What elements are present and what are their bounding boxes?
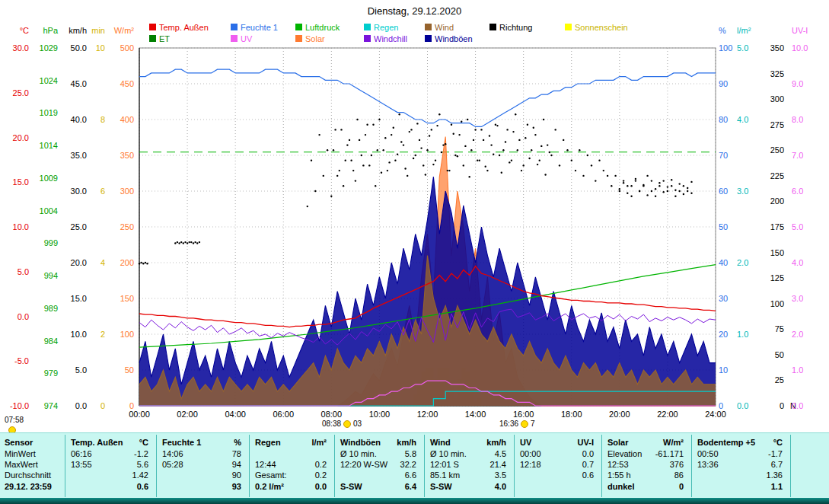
series-dir_mid-dot	[473, 139, 474, 141]
stats-cell: 14:0678	[156, 448, 249, 459]
series-dir_main-dot	[579, 149, 580, 151]
series-dir_night2-dot	[177, 241, 178, 243]
series-dir_main-dot	[447, 170, 448, 171]
series-dir_main-dot	[559, 164, 560, 166]
series-dir_main-dot	[658, 185, 660, 187]
chart-area: 07:58 08:38 03 16:36 7 °C30.025.020.015.…	[0, 0, 829, 431]
series-dir_night2-dot	[180, 241, 182, 243]
stats-cell-value: -1.7	[768, 448, 783, 459]
series-dir_mid-dot	[333, 149, 334, 151]
stats-cell-label: S-SW	[340, 481, 362, 492]
series-dir_main-dot	[391, 134, 392, 136]
series-dir_mid-dot	[501, 172, 502, 174]
series-dir_main-dot	[467, 119, 468, 120]
series-dir_night2-dot	[189, 241, 190, 243]
stats-cell-label: 00:00	[520, 448, 541, 459]
series-dir_mid-dot	[404, 167, 406, 169]
series-dir_main-dot	[651, 190, 652, 192]
series-dir_mid-dot	[349, 139, 350, 141]
stats-col-unit: km/h	[486, 437, 506, 448]
stats-col-name: Windböen	[340, 437, 381, 448]
series-dir_night2-dot	[183, 242, 184, 244]
series-dir_main-dot	[454, 155, 456, 156]
stats-cell-value: 4.0	[495, 481, 506, 492]
stats-separator	[424, 435, 425, 497]
stats-cell-value: 3.5	[495, 470, 506, 480]
stats-cell-label: Gesamt:	[255, 470, 287, 480]
stats-col-unit: l/m²	[311, 437, 327, 448]
series-dir_night1-dot	[145, 262, 146, 263]
series-dir_main-dot	[539, 160, 540, 161]
series-dir_mid-dot	[496, 125, 498, 126]
series-dir_evening-dot	[679, 183, 681, 184]
series-dir_main-dot	[479, 160, 480, 161]
series-dir_night2-dot	[187, 242, 188, 244]
series-dir_mid-dot	[340, 129, 342, 130]
series-dir_main-dot	[527, 124, 528, 126]
stats-cell-value: 78	[232, 448, 241, 459]
series-dir_mid-dot	[345, 160, 346, 161]
stats-row-label: 29.12. 23:59	[5, 481, 62, 492]
series-dir_mid-dot	[393, 127, 394, 129]
series-dir_main-dot	[470, 149, 472, 151]
series-dir_mid-dot	[432, 164, 434, 165]
series-dir_main-dot	[587, 155, 588, 156]
stats-cell-value: 86	[674, 470, 684, 480]
series-dir_main-dot	[366, 124, 368, 126]
series-dir_main-dot	[431, 129, 432, 130]
stats-separator	[691, 435, 692, 497]
series-dir_main-dot	[474, 129, 476, 130]
series-dir_main-dot	[483, 139, 484, 141]
series-dir_mid-dot	[368, 164, 370, 166]
series-dir_main-dot	[323, 175, 324, 177]
stats-col-unit: °C	[139, 437, 148, 448]
series-dir_main-dot	[343, 185, 344, 187]
series-dir_main-dot	[499, 155, 500, 156]
series-dir_main-dot	[362, 164, 364, 166]
series-dir_mid-dot	[480, 129, 482, 130]
series-dir_main-dot	[571, 160, 572, 161]
stats-cell-value: -61.171	[655, 448, 684, 459]
stats-col-name: Temp. Außen	[71, 437, 123, 448]
series-dir_main-dot	[506, 129, 508, 130]
stats-cell-label: 00:50	[697, 448, 719, 459]
series-dir_night1-dot	[140, 262, 142, 263]
series-dir_mid-dot	[445, 143, 446, 145]
stats-cell-label: 1:55 h	[607, 470, 631, 480]
series-dir_evening-dot	[671, 179, 672, 180]
stats-cell: 0.6	[65, 481, 156, 492]
series-dir_main-dot	[350, 160, 352, 161]
stats-cell: 1:55 h86	[601, 470, 691, 480]
stats-col-header: Feuchte 1%	[156, 437, 249, 448]
stats-separator	[790, 435, 791, 497]
series-dir_mid-dot	[377, 149, 378, 151]
series-dir_mid-dot	[420, 147, 422, 148]
series-dir_main-dot	[314, 190, 316, 192]
stats-cell-value: 0.2	[315, 459, 327, 470]
stats-cell-label: 13:55	[71, 459, 92, 470]
stats-cell: 00:000.0	[514, 448, 601, 459]
stats-col-header: Bodentemp +5°C	[691, 437, 790, 448]
series-dir_mid-dot	[365, 134, 366, 136]
series-dir_mid-dot	[517, 149, 518, 151]
stats-cell-label: Ø 10 min.	[430, 448, 467, 459]
series-dir_mid-dot	[352, 170, 354, 171]
stats-cell: 12:01 S21.4	[424, 459, 514, 470]
stats-cell: 1.36	[691, 470, 790, 480]
stats-cell: 0.2 l/m²0.0	[249, 481, 334, 492]
series-dir_main-dot	[375, 185, 376, 187]
series-dir_mid-dot	[540, 145, 542, 147]
stats-cell-value: 0.2	[315, 470, 327, 480]
series-dir_mid-dot	[356, 119, 358, 120]
series-dir_main-dot	[383, 149, 384, 151]
stats-cell: Ø 10 min.4.5	[424, 448, 514, 459]
series-dir_night2-dot	[199, 241, 200, 243]
stats-cell: 1.42	[65, 470, 156, 480]
series-dir_night2-dot	[174, 242, 176, 244]
stats-separator	[514, 435, 515, 497]
stats-cell-label: 06:16	[71, 448, 92, 459]
series-dir_mid-dot	[537, 164, 538, 165]
weather-app-window: { "title": "Dienstag, 29.12.2020", "sun"…	[0, 0, 829, 504]
series-dir_main-dot	[646, 175, 648, 177]
series-dir_mid-dot	[533, 127, 534, 129]
